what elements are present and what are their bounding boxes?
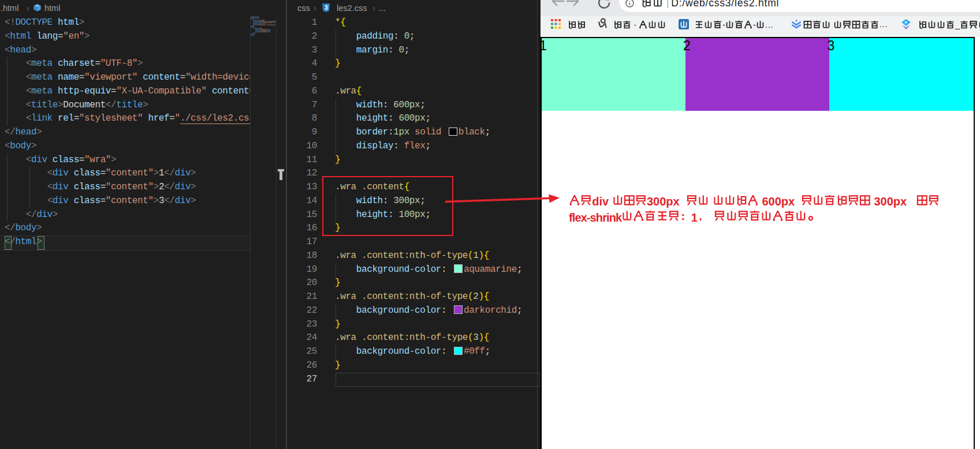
svg-text:3: 3 [325,5,328,11]
